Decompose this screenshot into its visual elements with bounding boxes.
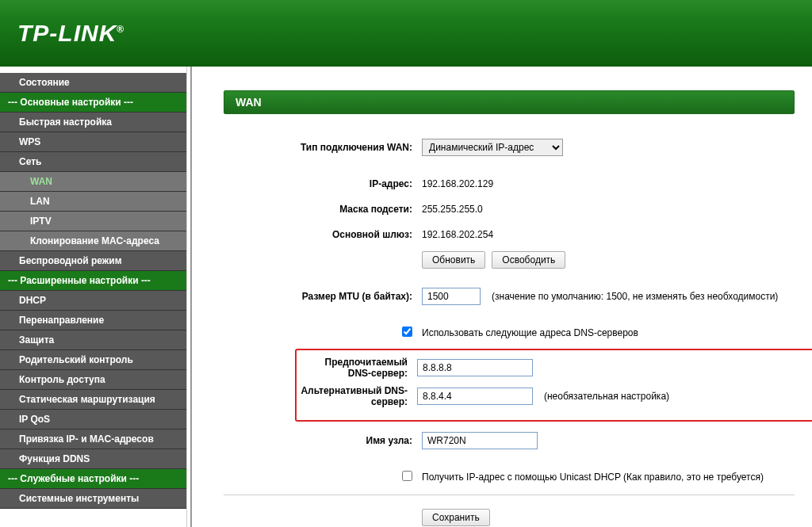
label-mtu: Размер MTU (в байтах):: [224, 291, 422, 302]
sidebar-item-ddns[interactable]: Функция DDNS: [0, 449, 186, 469]
sidebar-item-systools[interactable]: Системные инструменты: [0, 489, 186, 509]
sidebar-item-forwarding[interactable]: Перенаправление: [0, 311, 186, 330]
sidebar-item-iptv[interactable]: IPTV: [0, 212, 186, 231]
value-ip: 192.168.202.129: [422, 178, 493, 189]
label-mask: Маска подсети:: [224, 204, 422, 215]
sidebar-item-dhcp[interactable]: DHCP: [0, 291, 186, 311]
hint-mtu: (значение по умолчанию: 1500, не изменят…: [492, 291, 778, 302]
hint-dns2: (необязательная настройка): [544, 391, 669, 402]
input-hostname[interactable]: [422, 432, 538, 449]
label-conn-type: Тип подключения WAN:: [224, 142, 422, 153]
page-title: WAN: [224, 91, 794, 113]
sidebar-item-security[interactable]: Защита: [0, 330, 186, 350]
save-button[interactable]: Сохранить: [422, 509, 490, 526]
value-gateway: 192.168.202.254: [422, 229, 493, 240]
input-dns1[interactable]: [417, 359, 533, 376]
release-button[interactable]: Освободить: [492, 251, 565, 269]
page-title-wrap: WAN: [224, 90, 795, 114]
label-hostname: Имя узла:: [224, 435, 422, 446]
sidebar-item-mac-clone[interactable]: Клонирование MAC-адреса: [0, 231, 186, 251]
label-gateway: Основной шлюз:: [224, 229, 422, 240]
renew-button[interactable]: Обновить: [422, 251, 485, 269]
select-conn-type[interactable]: Динамический IP-адрес: [422, 139, 563, 156]
value-mask: 255.255.255.0: [422, 204, 483, 215]
input-dns2[interactable]: [417, 388, 533, 405]
sidebar-item-wps[interactable]: WPS: [0, 132, 186, 152]
checkbox-use-dns[interactable]: [402, 327, 412, 337]
sidebar: Состояние --- Основные настройки --- Быс…: [0, 67, 187, 527]
header: TP-LINK®: [0, 0, 812, 67]
registered-mark: ®: [117, 24, 124, 35]
sidebar-item-wan[interactable]: WAN: [0, 172, 186, 192]
sidebar-heading-advanced: --- Расширенные настройки ---: [0, 271, 186, 291]
sidebar-heading-service: --- Служебные настройки ---: [0, 469, 186, 489]
sidebar-item-ipqos[interactable]: IP QoS: [0, 410, 186, 430]
sidebar-item-parental[interactable]: Родительский контроль: [0, 350, 186, 370]
checkbox-unicast[interactable]: [402, 471, 412, 481]
main-content: WAN Тип подключения WAN: Динамический IP…: [192, 67, 812, 527]
input-mtu[interactable]: [422, 288, 481, 305]
dns-highlight-box: Предпочитаемый DNS-сервер: Альтернативны…: [295, 349, 812, 422]
sidebar-item-quick-setup[interactable]: Быстрая настройка: [0, 113, 186, 132]
sidebar-item-access[interactable]: Контроль доступа: [0, 370, 186, 390]
label-unicast: Получить IP-адрес с помощью Unicast DHCP…: [422, 472, 764, 483]
sidebar-heading-basic: --- Основные настройки ---: [0, 93, 186, 113]
sidebar-item-lan[interactable]: LAN: [0, 192, 186, 212]
label-ip: IP-адрес:: [224, 178, 422, 189]
sidebar-item-binding[interactable]: Привязка IP- и MAC-адресов: [0, 430, 186, 449]
label-dns2: Альтернативный DNS-сервер:: [300, 385, 417, 407]
sidebar-item-routing[interactable]: Статическая маршрутизация: [0, 390, 186, 410]
sidebar-item-status[interactable]: Состояние: [0, 73, 186, 93]
label-use-dns: Использовать следующие адреса DNS-сервер…: [422, 327, 638, 338]
divider: [224, 495, 795, 495]
sidebar-item-wireless[interactable]: Беспроводной режим: [0, 251, 186, 271]
sidebar-item-network[interactable]: Сеть: [0, 152, 186, 172]
label-dns1: Предпочитаемый DNS-сервер:: [300, 357, 417, 379]
brand-logo: TP-LINK®: [17, 20, 124, 47]
brand-text: TP-LINK: [17, 20, 117, 46]
